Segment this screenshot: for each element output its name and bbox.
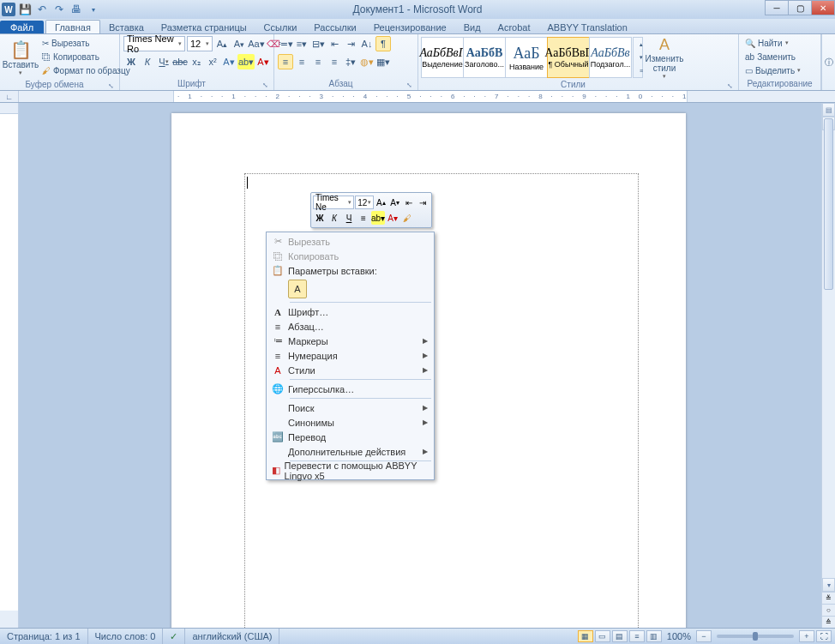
tab-review[interactable]: Рецензирование	[365, 21, 455, 33]
mini-inc-indent[interactable]: ⇥	[417, 196, 430, 209]
styles-dialog-launcher[interactable]: ⤡	[724, 81, 735, 91]
ribbon-help-button[interactable]: ⓘ	[821, 34, 835, 90]
change-styles-button[interactable]: A Изменить стили ▾	[645, 36, 684, 79]
ctx-additional[interactable]: Дополнительные действия▶	[267, 444, 433, 459]
format-painter-button[interactable]: 🖌Формат по образцу	[39, 63, 133, 77]
font-dialog-launcher[interactable]: ⤡	[260, 80, 270, 90]
scroll-down-button[interactable]: ▾	[822, 578, 835, 592]
ruler-toggle-button[interactable]: ▤	[822, 103, 835, 117]
mini-align-center[interactable]: ≡	[357, 211, 370, 225]
view-web-layout[interactable]: ▤	[612, 630, 628, 642]
mini-size-select[interactable]: 12▾	[355, 196, 373, 209]
zoom-in-button[interactable]: +	[799, 630, 814, 642]
strike-button[interactable]: abc	[172, 54, 188, 69]
browse-object-button[interactable]: ○	[822, 604, 835, 616]
ctx-search[interactable]: Поиск▶	[267, 400, 433, 415]
status-proof[interactable]: ✓	[163, 629, 185, 644]
borders-button[interactable]: ▦▾	[375, 54, 391, 69]
select-button[interactable]: ▭Выделить ▾	[742, 63, 803, 77]
align-right-button[interactable]: ≡	[310, 54, 326, 69]
redo-icon[interactable]: ↷	[51, 2, 67, 17]
next-page-button[interactable]: ≙	[822, 616, 835, 628]
zoom-slider[interactable]	[717, 635, 794, 638]
sort-button[interactable]: A↓	[359, 36, 375, 51]
ctx-numbering[interactable]: ≡Нумерация▶	[267, 348, 433, 363]
ctx-styles[interactable]: AСтили▶	[267, 363, 433, 377]
ctx-translate[interactable]: 🔤Перевод	[267, 430, 433, 444]
view-draft[interactable]: ▥	[646, 630, 662, 642]
copy-button[interactable]: ⿻Копировать	[39, 50, 133, 63]
status-words[interactable]: Число слов: 0	[88, 629, 164, 644]
numbering-button[interactable]: ≡▾	[294, 36, 309, 51]
close-button[interactable]: ✕	[811, 0, 835, 15]
zoom-level[interactable]: 100%	[664, 631, 694, 641]
find-button[interactable]: 🔍Найти ▾	[742, 36, 803, 50]
view-outline[interactable]: ≡	[629, 630, 645, 642]
maximize-button[interactable]: ▢	[788, 0, 812, 15]
tab-acrobat[interactable]: Acrobat	[490, 21, 539, 33]
grow-font-button[interactable]: A▴	[214, 36, 230, 51]
tab-abbyy[interactable]: ABBYY Translation	[539, 21, 636, 33]
highlight-button[interactable]: ab▾	[237, 54, 255, 69]
cut-button[interactable]: ✂Вырезать	[39, 36, 133, 50]
word-app-icon[interactable]: W	[2, 3, 15, 16]
tab-view[interactable]: Вид	[455, 21, 490, 33]
font-color-button[interactable]: A▾	[255, 54, 271, 69]
style-subtitle[interactable]: АаБбВвПодзагол...	[589, 37, 632, 78]
superscript-button[interactable]: x²	[205, 54, 220, 69]
style-heading[interactable]: АаБбВЗаголово...	[463, 37, 506, 78]
zoom-slider-thumb[interactable]	[753, 632, 758, 641]
status-language[interactable]: английский (США)	[185, 629, 279, 644]
mini-highlight[interactable]: ab▾	[371, 211, 385, 225]
print-preview-icon[interactable]: 🖶	[69, 2, 84, 17]
vertical-ruler[interactable]	[0, 103, 19, 628]
tab-selector[interactable]: ∟	[0, 91, 19, 102]
mini-font-color[interactable]: A▾	[386, 211, 399, 225]
shading-button[interactable]: ◍▾	[359, 54, 375, 69]
tab-insert[interactable]: Вставка	[100, 21, 153, 33]
paragraph-dialog-launcher[interactable]: ⤡	[404, 80, 414, 90]
underline-button[interactable]: Ч▾	[156, 54, 171, 69]
replace-button[interactable]: abЗаменить	[742, 50, 803, 63]
zoom-out-button[interactable]: −	[696, 630, 712, 642]
view-print-layout[interactable]: ▦	[578, 630, 593, 642]
undo-icon[interactable]: ↶	[34, 2, 50, 17]
tab-page-layout[interactable]: Разметка страницы	[153, 21, 255, 33]
vertical-scrollbar[interactable]: ▤ ▴ ▾ ≚ ○ ≙	[821, 103, 835, 628]
mini-italic[interactable]: К	[327, 211, 341, 225]
change-case-button[interactable]: Aa▾	[249, 36, 264, 51]
file-tab[interactable]: Файл	[0, 21, 44, 33]
ctx-abbyy[interactable]: ◧Перевести с помощью ABBYY Lingvo x5	[267, 463, 433, 478]
minimize-button[interactable]: ─	[765, 0, 789, 15]
tab-mailings[interactable]: Рассылки	[305, 21, 364, 33]
mini-dec-indent[interactable]: ⇤	[402, 196, 415, 209]
mini-underline[interactable]: Ч	[342, 211, 356, 225]
ctx-hyperlink[interactable]: 🌐Гиперссылка…	[267, 382, 433, 396]
clipboard-dialog-launcher[interactable]: ⤡	[105, 81, 116, 91]
scroll-thumb[interactable]	[824, 118, 833, 290]
paste-keep-text-button[interactable]: A	[288, 280, 307, 298]
fit-to-window-button[interactable]: ⛶	[816, 630, 832, 642]
font-size-select[interactable]: 12▾	[187, 36, 213, 51]
view-full-screen[interactable]: ▭	[595, 630, 610, 642]
mini-grow-font[interactable]: A▴	[375, 196, 387, 209]
mini-shrink-font[interactable]: A▾	[388, 196, 401, 209]
tab-home[interactable]: Главная	[45, 20, 100, 33]
increase-indent-button[interactable]: ⇥	[343, 36, 358, 51]
save-icon[interactable]: 💾	[17, 2, 33, 17]
style-emphasis[interactable]: АаБбВвГВыделение	[421, 37, 464, 78]
mini-bold[interactable]: Ж	[313, 211, 327, 225]
text-effects-button[interactable]: A▾	[221, 54, 237, 69]
font-name-select[interactable]: Times New Ro▾	[123, 36, 185, 51]
shrink-font-button[interactable]: A▾	[231, 36, 247, 51]
qat-customize-icon[interactable]: ▾	[86, 2, 101, 17]
align-center-button[interactable]: ≡	[294, 54, 309, 69]
horizontal-ruler[interactable]: ·1···1···2···3···4···5···6···7···8···9··…	[19, 91, 835, 102]
show-marks-button[interactable]: ¶	[375, 36, 391, 51]
style-title[interactable]: АаБНазвание	[505, 37, 548, 78]
multilevel-button[interactable]: ⊟▾	[310, 36, 326, 51]
subscript-button[interactable]: x₂	[189, 54, 204, 69]
ctx-font[interactable]: AШрифт…	[267, 304, 433, 319]
style-normal[interactable]: АаБбВвГ¶ Обычный	[547, 37, 590, 78]
style-gallery[interactable]: АаБбВвГВыделение АаБбВЗаголово... АаБНаз…	[422, 37, 632, 78]
